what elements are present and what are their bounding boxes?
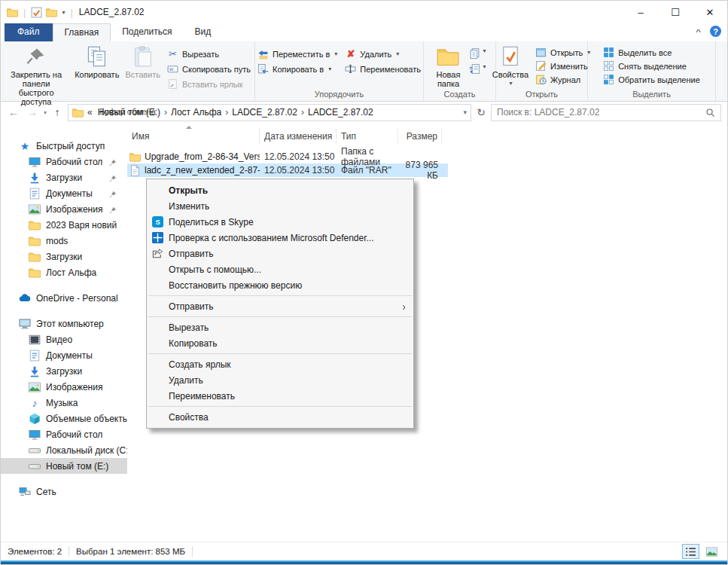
sidebar-item-Загрузки[interactable]: Загрузки [1,170,127,185]
breadcrumb-segment[interactable]: LADCE_2.87.02 [306,107,375,118]
breadcrumb-segment[interactable]: Лост Альфа [169,107,223,118]
sidebar-item-Изображения[interactable]: Изображения [1,201,127,217]
pin-to-quick-access-button[interactable]: Закрепить на панели быстрого доступа [1,43,72,106]
menu-item-Создать ярлык[interactable]: Создать ярлык [147,356,413,372]
back-icon[interactable]: ← [5,106,22,118]
breadcrumb-segment[interactable]: LADCE_2.87.02 [230,107,299,118]
no-icon [152,322,163,333]
sidebar-item-Изображения[interactable]: Изображения [1,379,127,395]
sidebar-item-Рабочий стол[interactable]: Рабочий стол [1,426,127,442]
explorer-icon [7,7,18,18]
tab-home[interactable]: Главная [53,23,111,41]
forward-icon[interactable]: → [24,106,41,118]
easy-access-button[interactable]: ▾ [469,63,486,75]
sidebar-section-Быстрый доступ[interactable]: ★Быстрый доступ [1,138,127,154]
thumbnails-view-button[interactable] [703,544,720,559]
menu-item-Вырезать[interactable]: Вырезать [147,319,413,335]
tab-share[interactable]: Поделиться [111,23,183,41]
menu-item-Открыть с помощью...[interactable]: Открыть с помощью... [147,261,413,277]
history-button[interactable]: Журнал [535,74,590,85]
sidebar-item-mods[interactable]: mods [1,233,127,249]
collapse-ribbon-icon[interactable]: ^ [696,27,701,35]
breadcrumb-segment[interactable]: Новый том (E:) [96,107,162,118]
column-header-size[interactable]: Размер [398,129,442,144]
menu-item-Отправить[interactable]: Отправить [147,246,413,261]
open-button[interactable]: Открыть▾ [535,47,590,58]
sidebar-item-2023 Варя новий[interactable]: 2023 Варя новий [1,217,127,233]
sidebar-item-Загрузки[interactable]: Загрузки [1,363,127,379]
tab-view[interactable]: Вид [183,23,222,41]
new-folder-qat-icon[interactable] [46,7,57,18]
minimize-button[interactable]: – [623,1,658,23]
column-header-type[interactable]: Тип [337,129,398,144]
close-button[interactable]: ✕ [693,1,727,23]
paste-button[interactable]: Вставить [122,43,163,79]
sidebar-section-OneDrive - Personal[interactable]: OneDrive - Personal [1,290,127,306]
copy-button[interactable]: Копировать [72,43,122,79]
new-folder-button[interactable]: Новая папка [428,43,468,88]
copy-to-button[interactable]: Копировать в▾ [257,63,337,75]
window-controls: – ☐ ✕ [623,1,727,23]
sidebar-item-Документы[interactable]: Документы [1,347,127,363]
menu-item-Открыть[interactable]: Открыть [147,182,413,198]
address-dropdown-icon[interactable]: ▾ [463,108,467,116]
delete-button[interactable]: ✘ Удалить▾ [345,48,421,60]
details-view-button[interactable] [682,544,699,559]
maximize-button[interactable]: ☐ [658,1,693,23]
rename-button[interactable]: Переименовать [345,63,421,75]
breadcrumb-separator-icon[interactable]: › [299,107,306,118]
menu-item-Копировать[interactable]: Копировать [147,335,413,351]
sidebar-section-Сеть[interactable]: Сеть [1,484,127,499]
menu-item-Восстановить прежнюю версию[interactable]: Восстановить прежнюю версию [147,277,413,293]
copy-path-button[interactable]: W.. Скопировать путь [167,63,251,75]
no-icon [152,359,163,370]
select-all-button[interactable]: Выделить все [603,47,700,58]
qat-dropdown-icon[interactable]: ▾ [62,9,65,16]
menu-item-Проверка с использованием Microsoft Defender...[interactable]: Проверка с использованием Microsoft Defe… [147,230,413,246]
sidebar-item-Лост Альфа[interactable]: Лост Альфа [1,264,127,280]
sidebar-item-Видео[interactable]: Видео [1,331,127,347]
pin-icon [25,45,47,68]
breadcrumb-separator-icon[interactable]: › [223,107,230,118]
cut-button[interactable]: ✂ Вырезать [167,48,251,60]
paste-shortcut-button[interactable]: Вставить ярлык [167,78,251,90]
recent-locations-icon[interactable]: ▾ [44,109,47,116]
menu-item-Свойства[interactable]: Свойства [147,409,413,425]
monitor-icon [29,429,41,441]
menu-item-Поделиться в Skype[interactable]: SПоделиться в Skype [147,214,413,230]
sidebar-item-Новый том (E:)[interactable]: Новый том (E:) [1,458,127,474]
sidebar-item-Рабочий стол[interactable]: Рабочий стол [1,154,127,170]
breadcrumb-separator-icon[interactable]: › [162,107,169,118]
sidebar-item-Музыка[interactable]: ♪Музыка [1,395,127,411]
search-input[interactable]: Поиск в: LADCE_2.87.02 [491,104,721,121]
sidebar-item-Локальный диск (C:)[interactable]: Локальный диск (C:) [1,442,127,458]
properties-button[interactable]: Свойства ▾ [489,43,532,88]
breadcrumb-overflow[interactable]: « [86,107,94,118]
help-icon[interactable]: ? [710,26,721,37]
properties-qat-icon[interactable] [31,7,42,18]
move-to-button[interactable]: Переместить в▾ [257,48,337,60]
rename-icon [345,63,356,75]
document-icon [29,350,41,362]
submenu-arrow-icon: › [402,301,406,313]
select-none-button[interactable]: Снять выделение [603,60,700,72]
group-open: Свойства ▾ Открыть▾ Изменить Журнал [496,41,588,101]
menu-item-Изменить[interactable]: Изменить [147,198,413,214]
menu-item-Отправить[interactable]: Отправить› [147,298,413,314]
menu-item-Удалить[interactable]: Удалить [147,372,413,388]
menu-item-Переименовать[interactable]: Переименовать [147,388,413,404]
file-row[interactable]: ladc_z_new_extended_2-87-0212.05.2024 13… [127,163,448,177]
sidebar-item-Документы[interactable]: Документы [1,185,127,201]
breadcrumb[interactable]: « Новый том (E:)›Лост Альфа›LADCE_2.87.0… [68,104,471,121]
sidebar-item-Объемные объекты[interactable]: Объемные объекты [1,411,127,426]
column-header-name[interactable]: Имя [127,129,260,144]
refresh-icon[interactable]: ↻ [474,106,489,118]
up-icon[interactable]: ↑ [49,106,65,118]
sidebar-section-Этот компьютер[interactable]: Этот компьютер [1,316,127,331]
tab-file[interactable]: Файл [5,23,53,41]
invert-selection-button[interactable]: Обратить выделение [603,74,700,85]
column-header-date[interactable]: Дата изменения [260,129,337,144]
edit-button[interactable]: Изменить [535,60,590,72]
new-item-button[interactable]: ▾ [469,47,486,59]
sidebar-item-Загрузки[interactable]: Загрузки [1,249,127,264]
